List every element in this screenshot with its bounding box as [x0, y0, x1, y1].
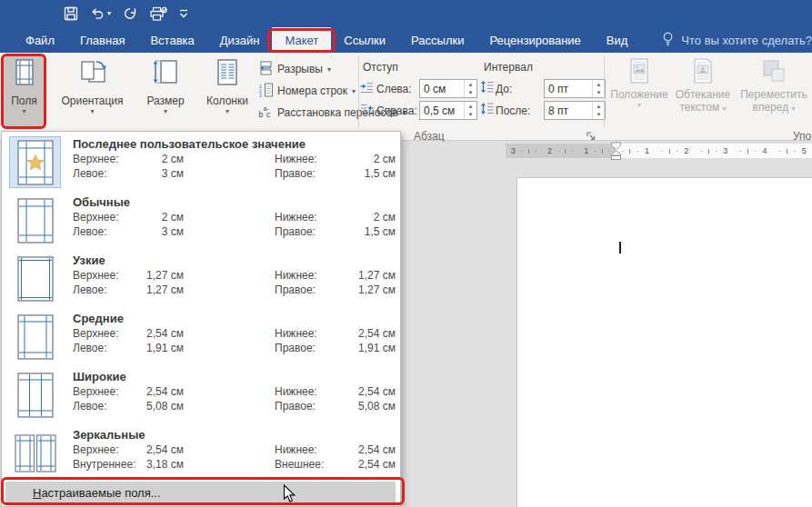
- indent-left-label: Слева:: [376, 83, 412, 95]
- custom-margins-label: астраиваемые поля...: [41, 486, 160, 500]
- print-icon[interactable]: [149, 6, 167, 22]
- custom-margins-item[interactable]: Настраиваемые поля...: [5, 482, 396, 504]
- tell-me-label: Что вы хотите сделать?: [681, 34, 812, 47]
- ruler-active-zone[interactable]: ··1··2··3··4··5: [616, 144, 812, 158]
- quick-access-toolbar: ▾: [64, 4, 188, 24]
- redo-icon[interactable]: [123, 6, 137, 21]
- tell-me-box[interactable]: Что вы хотите сделать?: [662, 27, 812, 53]
- preset-values-row: Левое:3 смПравое:1,5 см: [2, 167, 400, 182]
- size-label: Размер: [146, 94, 184, 107]
- tab-home[interactable]: Главная: [67, 27, 137, 53]
- ruler-margin-zone[interactable]: 3··2··1··: [506, 144, 616, 158]
- columns-button[interactable]: Колонки ▾: [197, 55, 257, 127]
- margins-label: Поля: [11, 94, 37, 107]
- text-cursor: [619, 242, 621, 254]
- preset-title: Зеркальные: [73, 428, 145, 442]
- chevron-down-icon: ▾: [791, 104, 795, 113]
- margins-menu-items: Последнее пользовательское значениеВерхн…: [2, 134, 400, 483]
- ribbon: Поля ▾ Ориентация ▾: [0, 53, 812, 141]
- spacing-before-input[interactable]: [545, 80, 592, 97]
- chevron-down-icon: ▾: [327, 65, 331, 74]
- tab-review[interactable]: Рецензирование: [476, 27, 593, 53]
- chevron-down-icon: ▾: [164, 108, 167, 115]
- arrange-group-label: Упо: [793, 130, 811, 143]
- svg-text:a-: a-: [264, 104, 270, 111]
- svg-text:c: c: [266, 110, 271, 119]
- title-bar: ▾: [0, 0, 812, 27]
- spacing-before-spinner: ▲▼: [592, 80, 605, 97]
- bring-forward-label-line2: вперед: [753, 101, 789, 114]
- bring-forward-button[interactable]: Переместить вперед ▾: [737, 55, 811, 127]
- breaks-button[interactable]: Разрывы ▾: [258, 59, 331, 79]
- ribbon-tabs: ФайлГлавнаяВставкаДизайнМакетСсылкиРассы…: [0, 27, 640, 53]
- indent-left-spinner: ▲▼: [464, 80, 476, 97]
- svg-text:3: 3: [259, 92, 262, 97]
- wrap-text-label-line2: текстом: [679, 101, 719, 114]
- indent-markers[interactable]: [609, 142, 623, 164]
- position-label: Положение: [610, 88, 667, 101]
- chevron-down-icon: ▾: [226, 108, 229, 115]
- preset-values-row: Левое:3 смПравое:1,5 см: [2, 225, 400, 240]
- bring-forward-icon: [760, 58, 787, 88]
- spin-down-icon[interactable]: ▼: [465, 111, 476, 120]
- line-numbers-icon: 1 2 3: [258, 83, 273, 100]
- chevron-down-icon: ▾: [22, 108, 25, 115]
- margins-dropdown-menu: Последнее пользовательское значениеВерхн…: [1, 131, 401, 507]
- spacing-after-label: После:: [496, 104, 530, 117]
- orientation-label: Ориентация: [61, 94, 123, 107]
- margins-preset-moderate[interactable]: СредниеВерхнее:2,54 смНижнее:2,54 смЛево…: [2, 309, 400, 367]
- wrap-text-label-line1: Обтекание: [676, 88, 730, 101]
- wrap-text-button[interactable]: Обтекание текстом ▾: [669, 55, 737, 127]
- spin-up-icon[interactable]: ▲: [465, 80, 476, 89]
- preset-title: Узкие: [73, 254, 105, 267]
- undo-dropdown-caret[interactable]: ▾: [107, 10, 111, 17]
- margins-preset-wide[interactable]: ШирокиеВерхнее:2,54 смНижнее:2,54 смЛево…: [2, 367, 400, 425]
- position-icon: [626, 58, 653, 88]
- preset-values-row: Верхнее:2 смНижнее:2 см: [2, 153, 400, 167]
- size-button[interactable]: Размер ▾: [136, 55, 195, 127]
- line-numbers-button[interactable]: 1 2 3 Номера строк ▾: [258, 81, 356, 101]
- ribbon-tab-row: ФайлГлавнаяВставкаДизайнМакетСсылкиРассы…: [0, 27, 812, 53]
- tab-references[interactable]: Ссылки: [331, 27, 398, 53]
- preset-values-row: Верхнее:2,54 смНижнее:2,54 см: [2, 385, 400, 400]
- preset-values-row: Левое:5,08 смПравое:5,08 см: [2, 400, 400, 414]
- paragraph-group-label: Абзац: [414, 130, 445, 143]
- tab-design[interactable]: Дизайн: [207, 27, 273, 53]
- margins-button[interactable]: Поля ▾: [4, 55, 45, 127]
- spacing-after-icon: [480, 102, 494, 118]
- line-numbers-label: Номера строк: [277, 84, 347, 97]
- tab-file[interactable]: Файл: [13, 27, 67, 53]
- preset-title: Последнее пользовательское значение: [73, 137, 306, 151]
- spacing-before-label: До:: [496, 83, 512, 95]
- breaks-icon: [258, 61, 273, 78]
- document-page[interactable]: [516, 177, 812, 507]
- margins-preset-narrow[interactable]: УзкиеВерхнее:1,27 смНижнее:1,27 смЛевое:…: [2, 251, 400, 309]
- margins-preset-last-custom[interactable]: Последнее пользовательское значениеВерхн…: [2, 134, 400, 193]
- save-icon[interactable]: [64, 6, 78, 21]
- preset-title: Широкие: [73, 370, 126, 383]
- indent-right-icon: [360, 103, 374, 118]
- lightbulb-icon: [662, 32, 674, 49]
- spacing-after-input[interactable]: [545, 102, 592, 119]
- custom-margins-accelerator: Н: [33, 486, 41, 500]
- tab-view[interactable]: Вид: [594, 27, 641, 53]
- preset-values-row: Верхнее:2 смНижнее:2 см: [2, 211, 400, 225]
- tab-insert[interactable]: Вставка: [137, 27, 206, 53]
- group-separator: [358, 56, 359, 127]
- customize-quick-access-icon[interactable]: [179, 8, 188, 19]
- tab-layout[interactable]: Макет: [272, 27, 331, 53]
- undo-icon[interactable]: ▾: [90, 7, 111, 21]
- indent-right-input[interactable]: [420, 102, 464, 119]
- position-button[interactable]: Положение ▾: [611, 55, 667, 127]
- indent-right-spinbox: ▲▼: [419, 101, 477, 120]
- preset-values-row: Левое:1,27 смПравое:1,27 см: [2, 283, 400, 298]
- columns-label: Колонки: [206, 94, 248, 107]
- preset-values-row: Верхнее:1,27 смНижнее:1,27 см: [2, 269, 400, 283]
- spin-up-icon[interactable]: ▲: [465, 102, 476, 111]
- orientation-button[interactable]: Ориентация ▾: [50, 55, 135, 127]
- spin-down-icon[interactable]: ▼: [465, 89, 476, 98]
- margins-preset-mirrored[interactable]: ЗеркальныеВерхнее:2,54 смНижнее:2,54 смВ…: [2, 425, 400, 483]
- tab-mailings[interactable]: Рассылки: [398, 27, 476, 53]
- margins-preset-normal[interactable]: ОбычныеВерхнее:2 смНижнее:2 смЛевое:3 см…: [2, 193, 400, 251]
- indent-left-input[interactable]: [420, 80, 464, 97]
